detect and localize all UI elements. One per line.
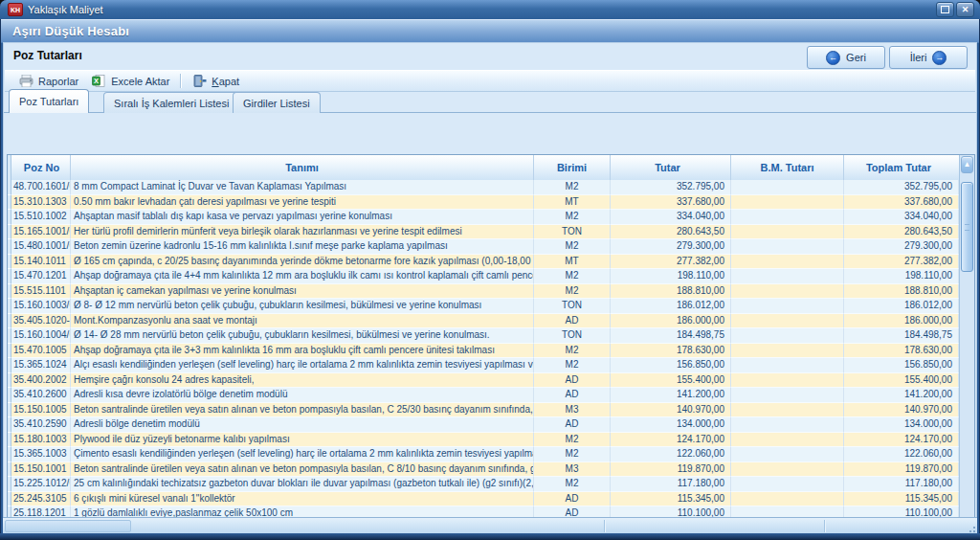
- table-row[interactable]: 15.165.1001/ÖHer türlü profil demirlerin…: [8, 225, 959, 240]
- arrow-right-icon: →: [932, 51, 947, 65]
- maximize-icon: [941, 6, 949, 13]
- forward-button-label: İleri: [910, 52, 927, 63]
- header-poz-no[interactable]: Poz No: [11, 155, 71, 180]
- cell-birim: M2: [534, 284, 611, 300]
- cell-poz: 15.225.1012/Ö: [11, 477, 71, 492]
- maximize-button[interactable]: [936, 2, 954, 17]
- table-row[interactable]: 25.245.31056 çıkışlı mini küresel vanalı…: [8, 492, 959, 507]
- cell-toplam: 198.110,00: [844, 269, 959, 284]
- cell-toplam: 134.000,00: [844, 417, 959, 433]
- cell-poz: 15.150.1005: [11, 403, 71, 418]
- cell-tutar: 134.000,00: [611, 417, 731, 433]
- grid-header: Poz No Tanımı Birimi Tutar B.M. Tutarı T…: [8, 155, 959, 181]
- table-row[interactable]: 15.365.1003Çimento esaslı kendiliğinden …: [8, 447, 959, 462]
- cell-bm: [731, 492, 844, 507]
- cell-tutar: 186.000,00: [611, 314, 731, 329]
- table-row[interactable]: 35.410.2590Adresli bölge denetim modülüA…: [8, 417, 959, 433]
- tab-poz-tutarlari[interactable]: Poz Tutarları: [9, 89, 89, 113]
- table-row[interactable]: 15.310.13030.50 mm bakır levhadan çatı d…: [8, 195, 959, 211]
- forward-button[interactable]: İleri →: [889, 46, 968, 69]
- cell-tanim: Beton zemin üzerine kadronlu 15-16 mm ka…: [71, 239, 534, 255]
- content-panel: Poz Tutarları ← Geri İleri → Raporlar: [3, 42, 977, 533]
- cell-tutar: 155.400,00: [611, 373, 731, 389]
- table-row[interactable]: 15.140.1011Ø 165 cm çapında, c 20/25 bas…: [8, 255, 959, 270]
- table-row[interactable]: 15.180.1003Plywood ile düz yüzeyli beton…: [8, 433, 959, 448]
- table-row[interactable]: 15.150.1005Beton santralinde üretilen ve…: [8, 403, 959, 418]
- cell-bm: [731, 358, 844, 373]
- table-row[interactable]: 15.160.1004/ÖØ 14- Ø 28 mm nervürlü beto…: [8, 328, 959, 344]
- cell-bm: [731, 225, 844, 240]
- header-tanimi[interactable]: Tanımı: [71, 155, 534, 180]
- table-row[interactable]: 15.470.1005Ahşap doğramaya çıta ile 3+3 …: [8, 344, 959, 359]
- cell-birim: M2: [534, 433, 611, 448]
- excel-icon: X: [92, 75, 106, 87]
- close-panel-button[interactable]: Kapat: [186, 73, 246, 89]
- back-button[interactable]: ← Geri: [807, 46, 885, 69]
- cell-poz: 15.160.1004/Ö: [11, 328, 71, 344]
- export-excel-button[interactable]: X Excele Aktar: [85, 73, 176, 89]
- table-row[interactable]: 35.405.1020-MMont.Kompanzasyonlu ana saa…: [8, 314, 959, 329]
- title-bar[interactable]: KH Yaklaşık Maliyet ✕: [0, 0, 980, 19]
- cell-birim: M2: [534, 358, 611, 373]
- tab-girdiler-listesi[interactable]: Girdiler Listesi: [233, 92, 321, 113]
- cell-poz: 15.150.1001: [11, 462, 71, 478]
- cell-tutar: 334.040,00: [611, 210, 731, 225]
- table-row[interactable]: 35.400.2002Hemşire çağrı konsolu 24 adre…: [8, 373, 959, 389]
- cell-birim: AD: [534, 314, 611, 329]
- cell-toplam: 122.060,00: [844, 447, 959, 462]
- cell-toplam: 334.040,00: [844, 210, 959, 225]
- table-row[interactable]: 15.470.1201Ahşap doğramaya çıta ile 4+4 …: [8, 269, 959, 284]
- table-row[interactable]: 15.510.1002Ahşaptan masif tablalı dış ka…: [8, 210, 959, 225]
- table-row[interactable]: 35.410.2600Adresli kısa devre izolatörlü…: [8, 388, 959, 403]
- cell-tutar: 140.970,00: [611, 403, 731, 418]
- window-title: Yaklaşık Maliyet: [28, 4, 103, 15]
- cell-tutar: 124.170,00: [611, 433, 731, 448]
- table-row[interactable]: 15.150.1001Beton santralinde üretilen ve…: [8, 462, 959, 478]
- cell-poz: 15.140.1011: [11, 255, 71, 270]
- tab-strip: Poz Tutarları Sıralı İş Kalemleri Listes…: [4, 90, 976, 113]
- resize-grip[interactable]: [966, 523, 975, 532]
- app-window: KH Yaklaşık Maliyet ✕ Aşırı Düşük Hesabı…: [0, 0, 980, 540]
- module-header: Aşırı Düşük Hesabı: [1, 19, 979, 43]
- cell-tanim: Adresli kısa devre izolatörlü bölge dene…: [71, 388, 534, 403]
- cell-poz: 15.365.1024: [11, 358, 71, 373]
- table-row[interactable]: 48.700.1601/Ö8 mm Compact Laminat İç Duv…: [8, 180, 959, 195]
- header-toplam-tutar[interactable]: Toplam Tutar: [844, 155, 959, 180]
- table-row[interactable]: 15.225.1012/Ö25 cm kalınlığındaki techiz…: [8, 477, 959, 492]
- table-row[interactable]: 15.480.1001/ÖBeton zemin üzerine kadronl…: [8, 239, 959, 255]
- cell-tutar: 117.180,00: [611, 477, 731, 492]
- cell-tanim: Ø 8- Ø 12 mm nervürlü beton çelik çubuğu…: [71, 299, 534, 314]
- header-tutar[interactable]: Tutar: [611, 155, 731, 180]
- cell-tanim: 8 mm Compact Laminat İç Duvar ve Tavan K…: [71, 180, 534, 195]
- chevron-up-icon: ▲: [964, 161, 971, 169]
- cell-birim: M2: [534, 447, 611, 462]
- header-birimi[interactable]: Birimi: [534, 155, 611, 180]
- window-bottom-border: [0, 533, 980, 540]
- scrollbar-thumb[interactable]: [961, 182, 973, 272]
- cell-bm: [731, 462, 844, 478]
- tab-sirali-is-kalemleri[interactable]: Sıralı İş Kalemleri Listesi: [103, 92, 239, 113]
- cell-poz: 15.470.1005: [11, 344, 71, 359]
- scroll-up-button[interactable]: ▲: [961, 156, 973, 173]
- cell-poz: 25.245.3105: [11, 492, 71, 507]
- cell-toplam: 279.300,00: [844, 239, 959, 255]
- cell-poz: 35.410.2600: [11, 388, 71, 403]
- cell-tanim: 0.50 mm bakır levhadan çatı deresi yapıl…: [71, 195, 534, 211]
- cell-toplam: 124.170,00: [844, 433, 959, 448]
- toolbar-separator: [180, 74, 182, 88]
- app-icon: KH: [8, 3, 23, 16]
- close-button[interactable]: ✕: [956, 2, 974, 17]
- table-row[interactable]: 15.160.1003/ÖØ 8- Ø 12 mm nervürlü beton…: [8, 299, 959, 314]
- reports-button[interactable]: Raporlar: [12, 73, 85, 89]
- cell-bm: [731, 255, 844, 270]
- toolbar: Raporlar X Excele Aktar Kapat: [5, 70, 975, 92]
- cell-tutar: 141.200,00: [611, 388, 731, 403]
- grid-body: 48.700.1601/Ö8 mm Compact Laminat İç Duv…: [8, 180, 959, 540]
- header-bm-tutari[interactable]: B.M. Tutarı: [731, 155, 844, 180]
- cell-birim: TON: [534, 299, 611, 314]
- table-row[interactable]: 15.365.1024Alçı esaslı kendiliğinden yer…: [8, 358, 959, 373]
- cell-tanim: Ahşap doğramaya çıta ile 3+3 mm kalınlık…: [71, 344, 534, 359]
- table-row[interactable]: 15.515.1101Ahşaptan iç camekan yapılması…: [8, 284, 959, 300]
- vertical-scrollbar[interactable]: ▲ ▼: [959, 155, 974, 540]
- cell-toplam: 140.970,00: [844, 403, 959, 418]
